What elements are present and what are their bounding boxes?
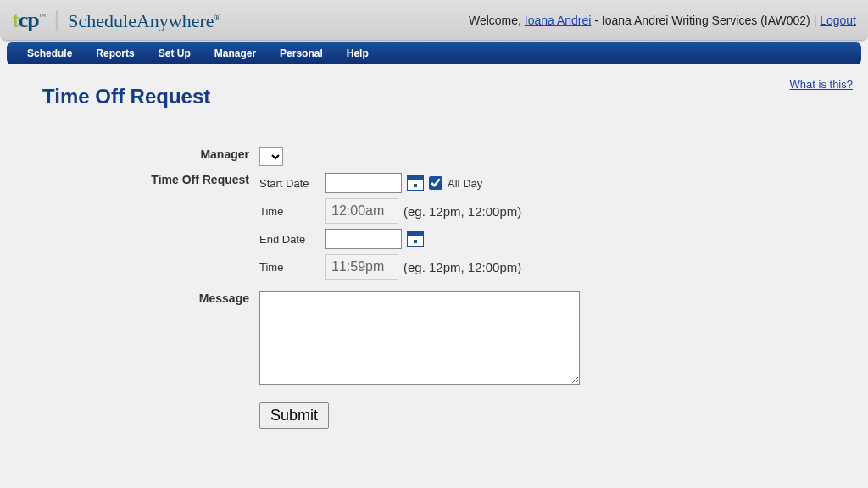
all-day-label: All Day [448,177,482,190]
nav-bar: Schedule Reports Set Up Manager Personal… [7,42,861,64]
calendar-icon[interactable] [407,175,424,191]
org-text: - Ioana Andrei Writing Services (IAW002)… [591,14,820,27]
start-date-input[interactable] [326,173,402,193]
start-time-hint: (eg. 12pm, 12:00pm) [403,204,521,219]
submit-button[interactable]: Submit [259,402,329,429]
all-day-checkbox[interactable] [429,176,442,190]
end-time-input[interactable] [326,254,398,280]
logo-scheduleanywhere: ScheduleAnywhere® [68,10,220,32]
time-off-form: Manager Time Off Request Start Date All … [85,142,585,434]
logo-separator: | [54,7,60,33]
calendar-icon[interactable] [407,231,424,247]
end-time-hint: (eg. 12pm, 12:00pm) [403,260,521,274]
top-bar: tcp™ | ScheduleAnywhere® Welcome, Ioana … [0,0,868,41]
label-end-date: End Date [259,233,320,246]
start-time-input[interactable] [326,198,398,224]
nav-schedule[interactable]: Schedule [15,43,84,64]
label-end-time: Time [259,261,320,274]
nav-manager[interactable]: Manager [203,43,268,64]
nav-personal[interactable]: Personal [268,43,335,64]
nav-setup[interactable]: Set Up [147,43,203,64]
welcome-text: Welcome, Ioana Andrei - Ioana Andrei Wri… [469,14,856,27]
message-textarea[interactable] [259,291,580,385]
what-is-this-link[interactable]: What is this? [790,78,853,91]
label-start-date: Start Date [259,177,320,190]
manager-select[interactable] [259,147,283,166]
logout-link[interactable]: Logout [820,14,856,27]
label-message: Message [85,290,254,389]
label-time-off-request: Time Off Request [85,171,254,286]
user-link[interactable]: Ioana Andrei [525,14,592,27]
nav-help[interactable]: Help [335,43,381,64]
logo-tcp: tcp™ [12,8,46,33]
label-start-time: Time [259,205,320,218]
end-date-input[interactable] [326,229,402,249]
welcome-prefix: Welcome, [469,14,525,27]
page-title: Time Off Request [42,85,834,108]
nav-reports[interactable]: Reports [84,43,146,64]
label-manager: Manager [85,146,254,168]
main-content: What is this? Time Off Request Manager T… [0,64,868,434]
logo: tcp™ | ScheduleAnywhere® [12,7,220,33]
